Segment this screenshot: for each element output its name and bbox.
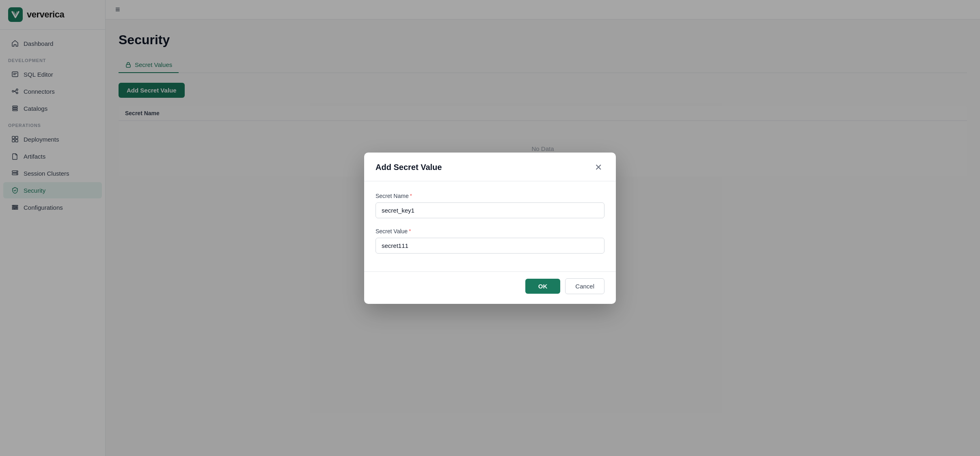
modal-footer: OK Cancel	[364, 271, 616, 304]
add-secret-value-modal: Add Secret Value ✕ Secret Name * Secret …	[364, 153, 616, 304]
modal-title: Add Secret Value	[376, 163, 442, 172]
modal-overlay: Add Secret Value ✕ Secret Name * Secret …	[0, 0, 980, 456]
required-star-2: *	[409, 228, 411, 234]
cancel-button[interactable]: Cancel	[565, 278, 604, 294]
secret-value-group: Secret Value *	[376, 228, 604, 254]
modal-header: Add Secret Value ✕	[364, 153, 616, 181]
secret-name-group: Secret Name *	[376, 193, 604, 218]
secret-name-label: Secret Name *	[376, 193, 604, 199]
modal-body: Secret Name * Secret Value *	[364, 181, 616, 271]
main-content: ≡ Security Secret Values Add Secret Valu…	[106, 0, 980, 456]
ok-button[interactable]: OK	[525, 279, 561, 294]
required-star: *	[410, 193, 412, 199]
secret-value-input[interactable]	[376, 238, 604, 254]
secret-name-input[interactable]	[376, 202, 604, 218]
secret-value-label: Secret Value *	[376, 228, 604, 234]
modal-close-button[interactable]: ✕	[592, 162, 604, 173]
